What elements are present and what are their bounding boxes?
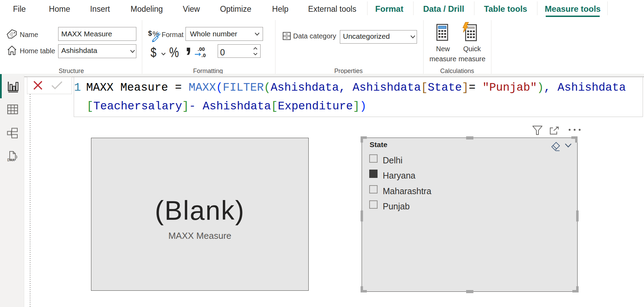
svg-text:$: $ bbox=[151, 45, 156, 60]
svg-text:.0: .0 bbox=[201, 52, 206, 58]
svg-text:$: $ bbox=[148, 29, 152, 37]
svg-text:%: % bbox=[169, 44, 179, 60]
svg-text:DAX: DAX bbox=[7, 158, 15, 162]
svg-text:.00: .00 bbox=[198, 46, 205, 52]
svg-text:,: , bbox=[185, 44, 192, 56]
